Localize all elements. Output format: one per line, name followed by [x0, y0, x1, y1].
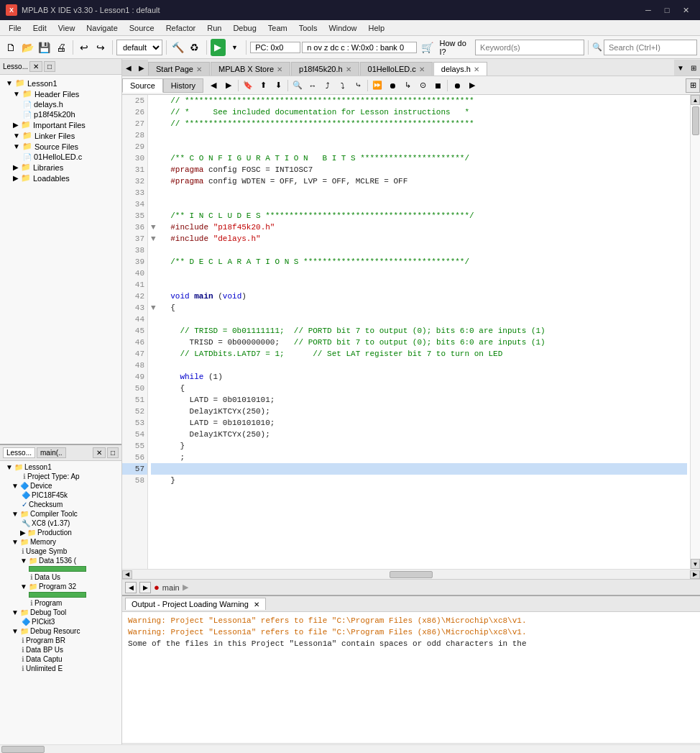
nav-back-button[interactable]: ◀	[125, 582, 137, 593]
bl-databp[interactable]: ℹ Data BP Us	[1, 645, 120, 654]
etb-toggle-bookmark[interactable]: 🔖	[241, 78, 255, 93]
etb-fwd[interactable]: ▶	[221, 78, 236, 93]
menu-help[interactable]: Help	[363, 22, 391, 34]
tab-output-warning[interactable]: Output - Project Loading Warning ✕	[125, 598, 266, 610]
menu-refactor[interactable]: Refactor	[160, 22, 202, 34]
tab-hello[interactable]: 01HelloLED.c ✕	[360, 62, 433, 76]
etb-stop[interactable]: ⏹	[430, 78, 445, 93]
maximize-projects[interactable]: □	[44, 61, 55, 72]
search-input[interactable]	[604, 40, 697, 55]
etb-prev-bookmark[interactable]: ⬆	[256, 78, 270, 93]
print-button[interactable]: 🖨	[53, 39, 68, 56]
tree-item-delays[interactable]: 📄 delays.h	[0, 99, 121, 109]
bl-program32[interactable]: ▼ 📁 Program 32	[1, 582, 120, 591]
tree-item-hello[interactable]: 📄 01HelloLED.c	[0, 152, 121, 162]
tab-nav-left[interactable]: ◀	[122, 60, 135, 76]
tab-history[interactable]: History	[163, 78, 203, 93]
tree-item-lesson1[interactable]: ▼ 📁 Lesson1	[0, 78, 121, 88]
tab-nav-right[interactable]: ▶	[135, 60, 148, 76]
close-icon[interactable]: ✕	[474, 65, 479, 73]
etb-btn1[interactable]: ⤴	[321, 78, 335, 93]
run-button[interactable]: ▶	[211, 39, 226, 56]
etb-next-bookmark[interactable]: ⬇	[271, 78, 285, 93]
keyword-input[interactable]	[475, 40, 584, 55]
menu-edit[interactable]: Edit	[27, 22, 52, 34]
close-icon[interactable]: ✕	[419, 65, 425, 73]
bl-debugresource[interactable]: ▼ 📁 Debug Resourc	[1, 626, 120, 636]
tree-item-p18f[interactable]: 📄 p18f45k20h	[0, 109, 121, 119]
horizontal-scrollbar[interactable]	[0, 744, 121, 753]
clean-button[interactable]: ♻	[187, 39, 202, 56]
etb-btn2[interactable]: ⤵	[336, 78, 350, 93]
bl-checksum[interactable]: ✓ Checksum	[1, 500, 120, 509]
minimize-button[interactable]: ─	[640, 4, 657, 17]
scroll-track[interactable]	[691, 105, 700, 559]
close-icon[interactable]: ✕	[196, 65, 202, 73]
tree-item-libraries[interactable]: ▶ 📁 Libraries	[0, 162, 121, 173]
save-button[interactable]: 💾	[37, 39, 52, 56]
menu-view[interactable]: View	[52, 22, 81, 34]
maximize-button[interactable]: □	[658, 4, 676, 17]
scroll-thumb[interactable]	[692, 106, 699, 135]
bl-program-label[interactable]: ℹ Program	[1, 598, 120, 608]
menu-source[interactable]: Source	[124, 22, 160, 34]
menu-debug[interactable]: Debug	[227, 22, 262, 34]
etb-back[interactable]: ◀	[206, 78, 221, 93]
etb-run-to[interactable]: ⏩	[370, 78, 384, 93]
code-editor[interactable]: // *************************************…	[148, 95, 690, 569]
tab-mplabstore[interactable]: MPLAB X Store ✕	[211, 62, 290, 76]
tree-item-headerfiles[interactable]: ▼ 📁 Header Files	[0, 88, 121, 99]
horizontal-scrollbar-editor[interactable]: ◀ ▶	[122, 569, 700, 579]
close-bottom-left[interactable]: ✕	[93, 447, 106, 458]
bl-data-us[interactable]: ℹ Data Us	[1, 572, 120, 582]
scroll-down-button[interactable]: ▼	[691, 559, 700, 569]
tree-item-source[interactable]: ▼ 📁 Source Files	[0, 141, 121, 152]
close-icon[interactable]: ✕	[346, 65, 351, 73]
bl-debugtool[interactable]: ▼ 📁 Debug Tool	[1, 608, 120, 617]
scroll-left-button[interactable]: ◀	[122, 570, 132, 579]
scrollbar-thumb[interactable]	[1, 746, 45, 753]
new-file-button[interactable]: 🗋	[3, 39, 18, 56]
tab-nav-expand[interactable]: ⊞	[687, 60, 700, 76]
bl-pic18[interactable]: 🔷 PIC18F45k	[1, 490, 120, 500]
tab-lesson-props[interactable]: Lesso...	[3, 447, 35, 458]
config-dropdown[interactable]: default	[116, 40, 162, 55]
close-icon[interactable]: ✕	[277, 65, 282, 73]
build-button[interactable]: 🔨	[170, 39, 185, 56]
menu-navigate[interactable]: Navigate	[80, 22, 123, 34]
tab-startpage[interactable]: Start Page ✕	[148, 62, 210, 76]
tab-source[interactable]: Source	[122, 78, 163, 93]
bl-compiler[interactable]: ▼ 📁 Compiler Toolc	[1, 509, 120, 519]
menu-file[interactable]: File	[3, 22, 27, 34]
close-button[interactable]: ✕	[677, 4, 694, 17]
run-dropdown[interactable]: ▼	[227, 39, 242, 56]
bl-lesson1[interactable]: ▼ 📁 Lesson1	[1, 462, 120, 472]
menu-window[interactable]: Window	[323, 22, 362, 34]
scroll-right-button[interactable]: ▶	[690, 570, 700, 579]
tab-nav-down[interactable]: ▼	[674, 60, 687, 76]
tab-main-props[interactable]: main(..	[37, 447, 66, 458]
open-file-button[interactable]: 📂	[19, 39, 34, 56]
etb-replace[interactable]: ↔	[305, 78, 320, 93]
tree-item-loadables[interactable]: ▶ 📁 Loadables	[0, 173, 121, 183]
bl-programbr[interactable]: ℹ Program BR	[1, 636, 120, 645]
bl-pickit3[interactable]: 🔷 PICkit3	[1, 617, 120, 626]
vertical-scrollbar[interactable]: ▲ ▼	[690, 95, 700, 569]
tab-delays[interactable]: delays.h ✕	[433, 62, 487, 76]
scroll-up-button[interactable]: ▲	[691, 95, 700, 105]
bl-usage[interactable]: ℹ Usage Symb	[1, 547, 120, 556]
etb-expand[interactable]: ⊞	[686, 78, 700, 93]
tree-item-important[interactable]: ▶ 📁 Important Files	[0, 119, 121, 130]
redo-button[interactable]: ↪	[93, 39, 109, 56]
maximize-bottom-left[interactable]: □	[107, 447, 119, 458]
nav-fwd-button[interactable]: ▶	[139, 582, 151, 593]
tree-item-linker[interactable]: ▼ 📁 Linker Files	[0, 130, 121, 141]
bl-projtype[interactable]: ℹ Project Type: Ap	[1, 472, 120, 481]
etb-breakpoint[interactable]: ⏺	[385, 78, 400, 93]
cart-button[interactable]: 🛒	[420, 39, 435, 56]
bl-xc8[interactable]: 🔧 XC8 (v1.37)	[1, 519, 120, 528]
etb-macro[interactable]: ⏺	[450, 78, 464, 93]
etb-focus[interactable]: ⊙	[415, 78, 430, 93]
bl-production[interactable]: ▶ 📁 Production	[1, 528, 120, 537]
close-icon[interactable]: ✕	[254, 601, 259, 608]
